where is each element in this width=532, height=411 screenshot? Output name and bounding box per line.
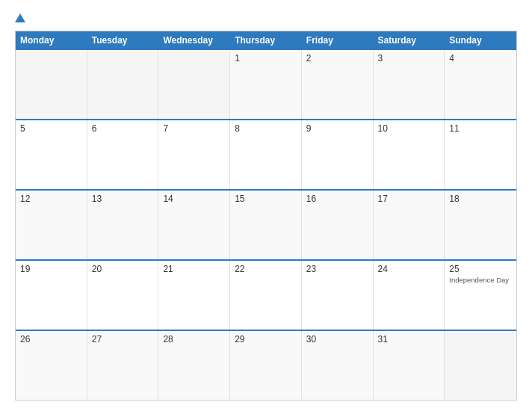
day-number: 17 — [378, 194, 440, 204]
day-number: 4 — [449, 53, 512, 64]
calendar-cell: 24 — [374, 261, 445, 330]
calendar-cell: 29 — [230, 331, 302, 400]
calendar-cell — [16, 50, 87, 119]
header — [15, 13, 517, 23]
day-number: 23 — [306, 264, 368, 274]
calendar-cell: 30 — [302, 331, 374, 400]
calendar-cell: 1 — [230, 50, 302, 119]
day-number: 21 — [163, 264, 225, 274]
day-number: 26 — [20, 334, 82, 344]
calendar-cell: 12 — [16, 191, 87, 259]
day-number: 24 — [378, 264, 440, 274]
calendar-cell: 4 — [445, 50, 516, 119]
logo — [15, 13, 27, 23]
weekday-header-tuesday: Tuesday — [87, 31, 159, 49]
calendar-cell: 7 — [158, 120, 230, 189]
day-number: 5 — [20, 123, 82, 134]
day-number: 27 — [92, 334, 154, 344]
calendar-cell: 28 — [158, 331, 230, 400]
day-number: 19 — [20, 264, 82, 274]
day-number: 14 — [163, 194, 225, 204]
weekday-header-thursday: Thursday — [230, 31, 302, 49]
day-number: 6 — [92, 123, 154, 134]
day-number: 10 — [378, 123, 440, 134]
day-number: 16 — [306, 194, 368, 204]
calendar-cell: 8 — [230, 120, 302, 189]
day-number: 18 — [449, 194, 512, 204]
calendar-cell: 20 — [87, 261, 159, 330]
calendar: MondayTuesdayWednesdayThursdayFridaySatu… — [15, 31, 517, 401]
day-number: 29 — [235, 334, 297, 344]
calendar-cell: 21 — [158, 261, 230, 330]
calendar-cell — [87, 50, 159, 119]
calendar-cell: 2 — [302, 50, 374, 119]
calendar-body: 1234567891011121314151617181920212223242… — [16, 49, 516, 400]
day-number: 20 — [92, 264, 154, 274]
day-number: 30 — [306, 334, 368, 344]
day-number: 15 — [235, 194, 297, 204]
calendar-row-5: 262728293031 — [16, 330, 516, 400]
calendar-cell: 17 — [374, 191, 445, 259]
calendar-cell: 15 — [230, 191, 302, 259]
calendar-cell: 22 — [230, 261, 302, 330]
calendar-row-1: 1234 — [16, 49, 516, 119]
calendar-cell: 14 — [158, 191, 230, 259]
calendar-cell: 3 — [374, 50, 445, 119]
calendar-cell — [445, 331, 516, 400]
day-number: 7 — [163, 123, 225, 134]
day-number: 31 — [378, 334, 440, 344]
day-number: 2 — [306, 53, 368, 64]
logo-blue-row — [15, 13, 27, 23]
calendar-cell: 9 — [302, 120, 374, 189]
calendar-header: MondayTuesdayWednesdayThursdayFridaySatu… — [16, 31, 516, 49]
calendar-cell: 16 — [302, 191, 374, 259]
logo-stack — [15, 13, 27, 23]
calendar-cell: 27 — [87, 331, 159, 400]
day-number: 13 — [92, 194, 154, 204]
calendar-cell: 10 — [374, 120, 445, 189]
calendar-page: MondayTuesdayWednesdayThursdayFridaySatu… — [0, 0, 532, 411]
event-label: Independence Day — [449, 276, 512, 284]
day-number: 25 — [449, 264, 512, 274]
logo-triangle-icon — [15, 13, 25, 22]
calendar-cell: 11 — [445, 120, 516, 189]
day-number: 1 — [235, 53, 297, 64]
weekday-header-sunday: Sunday — [445, 31, 516, 49]
calendar-row-4: 19202122232425Independence Day — [16, 259, 516, 330]
calendar-cell: 19 — [16, 261, 87, 330]
weekday-header-saturday: Saturday — [374, 31, 445, 49]
calendar-cell: 26 — [16, 331, 87, 400]
calendar-cell: 13 — [87, 191, 159, 259]
calendar-cell: 23 — [302, 261, 374, 330]
weekday-header-wednesday: Wednesday — [158, 31, 230, 49]
day-number: 9 — [306, 123, 368, 134]
calendar-cell: 5 — [16, 120, 87, 189]
day-number: 8 — [235, 123, 297, 134]
weekday-header-friday: Friday — [302, 31, 374, 49]
calendar-row-2: 567891011 — [16, 119, 516, 189]
day-number: 11 — [449, 123, 512, 134]
day-number: 22 — [235, 264, 297, 274]
calendar-cell: 6 — [87, 120, 159, 189]
calendar-cell: 25Independence Day — [445, 261, 516, 330]
calendar-cell: 18 — [445, 191, 516, 259]
day-number: 12 — [20, 194, 82, 204]
day-number: 3 — [378, 53, 440, 64]
weekday-header-monday: Monday — [16, 31, 87, 49]
calendar-cell: 31 — [374, 331, 445, 400]
day-number: 28 — [163, 334, 225, 344]
calendar-row-3: 12131415161718 — [16, 189, 516, 259]
calendar-cell — [158, 50, 230, 119]
